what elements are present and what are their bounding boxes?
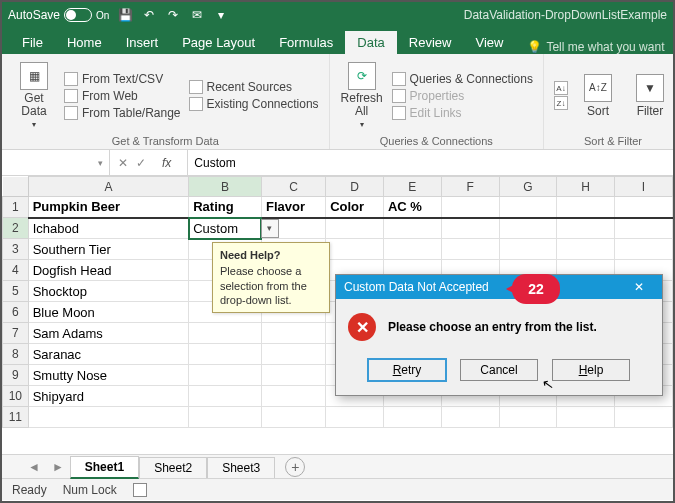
cell-A3[interactable]: Southern Tier — [28, 239, 189, 260]
row-header-4[interactable]: 4 — [3, 260, 29, 281]
cancel-button[interactable]: Cancel — [460, 359, 538, 381]
col-header-E[interactable]: E — [383, 177, 441, 197]
cell-I3[interactable] — [615, 239, 673, 260]
col-header-I[interactable]: I — [615, 177, 673, 197]
sort-asc-button[interactable]: A↓ — [554, 81, 568, 95]
cell-G3[interactable] — [499, 239, 557, 260]
cell-G2[interactable] — [499, 218, 557, 239]
get-data-button[interactable]: ▦ Get Data ▾ — [12, 58, 56, 133]
row-header-10[interactable]: 10 — [3, 386, 29, 407]
cell-A4[interactable]: Dogfish Head — [28, 260, 189, 281]
cell-H3[interactable] — [557, 239, 615, 260]
qat-more-icon[interactable]: ▾ — [213, 7, 229, 23]
cell-E1[interactable]: AC % — [383, 197, 441, 218]
cell-B7[interactable] — [189, 323, 262, 344]
properties-button[interactable]: Properties — [392, 89, 533, 103]
row-header-3[interactable]: 3 — [3, 239, 29, 260]
from-table-button[interactable]: From Table/Range — [64, 106, 181, 120]
cell-B10[interactable] — [189, 386, 262, 407]
existing-connections-button[interactable]: Existing Connections — [189, 97, 319, 111]
cell-E3[interactable] — [383, 239, 441, 260]
cell-D2[interactable] — [326, 218, 384, 239]
save-icon[interactable]: 💾 — [117, 7, 133, 23]
cell-I1[interactable] — [615, 197, 673, 218]
filter-button[interactable]: ▼ Filter — [628, 58, 672, 133]
autosave-toggle[interactable]: AutoSave On — [8, 8, 109, 22]
close-icon[interactable]: ✕ — [624, 280, 654, 294]
cell-G11[interactable] — [499, 407, 557, 428]
recent-sources-button[interactable]: Recent Sources — [189, 80, 319, 94]
cell-I2[interactable] — [615, 218, 673, 239]
sheet-nav-prev-icon[interactable]: ◄ — [22, 460, 46, 474]
tab-file[interactable]: File — [10, 31, 55, 54]
cell-D11[interactable] — [326, 407, 384, 428]
queries-connections-button[interactable]: Queries & Connections — [392, 72, 533, 86]
from-text-csv-button[interactable]: From Text/CSV — [64, 72, 181, 86]
tab-page-layout[interactable]: Page Layout — [170, 31, 267, 54]
help-button[interactable]: Help — [552, 359, 630, 381]
tab-view[interactable]: View — [463, 31, 515, 54]
cell-A11[interactable] — [28, 407, 189, 428]
cell-C10[interactable] — [261, 386, 325, 407]
select-all-corner[interactable] — [3, 177, 29, 197]
cell-E2[interactable] — [383, 218, 441, 239]
cell-F1[interactable] — [441, 197, 499, 218]
cell-F3[interactable] — [441, 239, 499, 260]
row-header-6[interactable]: 6 — [3, 302, 29, 323]
cancel-entry-icon[interactable]: ✕ — [118, 156, 128, 170]
cell-B2[interactable]: Custom▾ — [189, 218, 262, 239]
col-header-C[interactable]: C — [261, 177, 325, 197]
cell-G1[interactable] — [499, 197, 557, 218]
confirm-entry-icon[interactable]: ✓ — [136, 156, 146, 170]
col-header-B[interactable]: B — [189, 177, 262, 197]
data-validation-dropdown-icon[interactable]: ▾ — [261, 219, 279, 239]
undo-icon[interactable]: ↶ — [141, 7, 157, 23]
redo-icon[interactable]: ↷ — [165, 7, 181, 23]
cell-E11[interactable] — [383, 407, 441, 428]
tell-me-search[interactable]: 💡 Tell me what you want — [527, 40, 664, 54]
col-header-G[interactable]: G — [499, 177, 557, 197]
email-icon[interactable]: ✉ — [189, 7, 205, 23]
tab-formulas[interactable]: Formulas — [267, 31, 345, 54]
cell-B8[interactable] — [189, 344, 262, 365]
tab-home[interactable]: Home — [55, 31, 114, 54]
cell-C1[interactable]: Flavor — [261, 197, 325, 218]
col-header-F[interactable]: F — [441, 177, 499, 197]
row-header-9[interactable]: 9 — [3, 365, 29, 386]
edit-links-button[interactable]: Edit Links — [392, 106, 533, 120]
cell-F11[interactable] — [441, 407, 499, 428]
from-web-button[interactable]: From Web — [64, 89, 181, 103]
macro-record-icon[interactable] — [133, 483, 147, 497]
cell-H2[interactable] — [557, 218, 615, 239]
cell-D1[interactable]: Color — [326, 197, 384, 218]
cell-A1[interactable]: Pumpkin Beer — [28, 197, 189, 218]
cell-F2[interactable] — [441, 218, 499, 239]
cell-B1[interactable]: Rating — [189, 197, 262, 218]
sort-button[interactable]: A↕Z Sort — [576, 58, 620, 133]
cell-I11[interactable] — [615, 407, 673, 428]
cell-B11[interactable] — [189, 407, 262, 428]
cell-A8[interactable]: Saranac — [28, 344, 189, 365]
row-header-1[interactable]: 1 — [3, 197, 29, 218]
cell-B9[interactable] — [189, 365, 262, 386]
refresh-all-button[interactable]: ⟳ Refresh All ▾ — [340, 58, 384, 133]
cell-A6[interactable]: Blue Moon — [28, 302, 189, 323]
sort-desc-button[interactable]: Z↓ — [554, 96, 568, 110]
sheet-nav-next-icon[interactable]: ► — [46, 460, 70, 474]
cell-H1[interactable] — [557, 197, 615, 218]
cell-A7[interactable]: Sam Adams — [28, 323, 189, 344]
cell-C8[interactable] — [261, 344, 325, 365]
sheet-tab-1[interactable]: Sheet1 — [70, 456, 139, 479]
fx-icon[interactable]: fx — [154, 156, 179, 170]
cell-C9[interactable] — [261, 365, 325, 386]
cell-C7[interactable] — [261, 323, 325, 344]
row-header-2[interactable]: 2 — [3, 218, 29, 239]
cell-H11[interactable] — [557, 407, 615, 428]
cell-C11[interactable] — [261, 407, 325, 428]
row-header-7[interactable]: 7 — [3, 323, 29, 344]
cell-A9[interactable]: Smutty Nose — [28, 365, 189, 386]
tab-review[interactable]: Review — [397, 31, 464, 54]
col-header-A[interactable]: A — [28, 177, 189, 197]
cell-A10[interactable]: Shipyard — [28, 386, 189, 407]
cell-A2[interactable]: Ichabod — [28, 218, 189, 239]
